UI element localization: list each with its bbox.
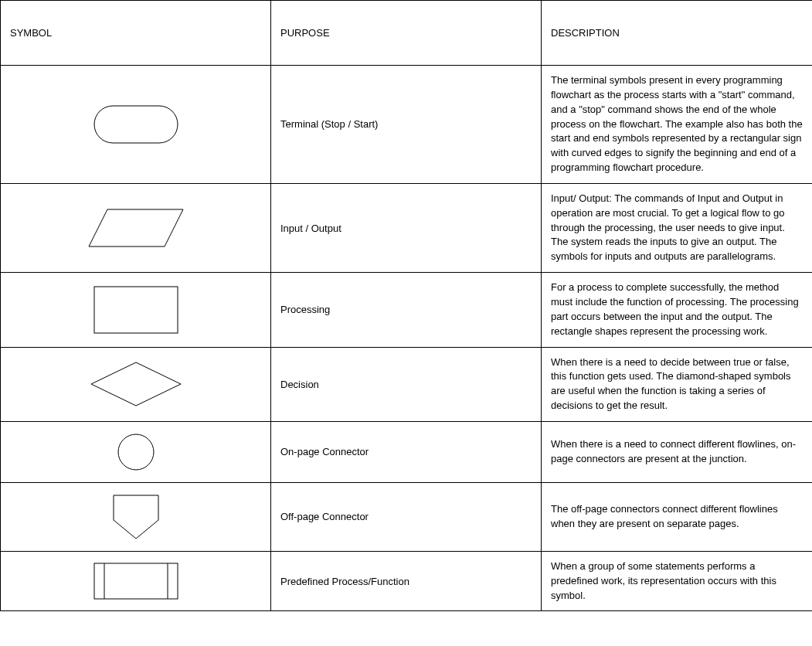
purpose-cell: Off-page Connector (271, 482, 542, 551)
symbol-cell (1, 273, 271, 347)
svg-rect-0 (94, 106, 178, 143)
purpose-cell: Processing (271, 273, 542, 347)
off-page-connector-icon (112, 494, 160, 540)
terminal-icon (93, 105, 178, 144)
purpose-cell: Input / Output (271, 183, 542, 272)
symbol-cell (1, 551, 271, 611)
table-row: Input / Output Input/ Output: The comman… (1, 183, 813, 272)
description-cell: When a group of some statements performs… (542, 551, 813, 611)
description-cell: Input/ Output: The commands of Input and… (542, 183, 813, 272)
svg-marker-1 (89, 209, 183, 246)
description-cell: When there is a need to decide between t… (542, 347, 813, 421)
on-page-connector-icon (117, 433, 155, 471)
description-cell: For a process to complete successfully, … (542, 273, 813, 347)
symbol-cell (1, 482, 271, 551)
symbol-cell (1, 421, 271, 482)
description-cell: The terminal symbols present in every pr… (542, 66, 813, 184)
table-row: On-page Connector When there is a need t… (1, 421, 813, 482)
header-purpose: PURPOSE (271, 1, 542, 66)
header-description: DESCRIPTION (542, 1, 813, 66)
predefined-process-icon (93, 563, 178, 600)
svg-rect-2 (94, 287, 178, 333)
purpose-cell: Terminal (Stop / Start) (271, 66, 542, 184)
svg-point-4 (118, 434, 154, 470)
symbol-cell (1, 347, 271, 421)
processing-icon (93, 286, 178, 334)
purpose-cell: Decision (271, 347, 542, 421)
table-row: Predefined Process/Function When a group… (1, 551, 813, 611)
purpose-cell: On-page Connector (271, 421, 542, 482)
input-output-icon (86, 205, 186, 251)
description-cell: When there is a need to connect differen… (542, 421, 813, 482)
svg-marker-3 (91, 362, 181, 406)
description-cell: The off-page connectors connect differen… (542, 482, 813, 551)
svg-marker-5 (114, 495, 158, 539)
table-row: Processing For a process to complete suc… (1, 273, 813, 347)
purpose-cell: Predefined Process/Function (271, 551, 542, 611)
table-row: Decision When there is a need to decide … (1, 347, 813, 421)
table-row: Terminal (Stop / Start) The terminal sym… (1, 66, 813, 184)
flowchart-symbols-table: SYMBOL PURPOSE DESCRIPTION Terminal (Sto… (0, 0, 812, 611)
table-header-row: SYMBOL PURPOSE DESCRIPTION (1, 1, 813, 66)
decision-icon (90, 361, 182, 407)
table-row: Off-page Connector The off-page connecto… (1, 482, 813, 551)
header-symbol: SYMBOL (1, 1, 271, 66)
svg-rect-6 (94, 563, 178, 599)
symbol-cell (1, 183, 271, 272)
symbol-cell (1, 66, 271, 184)
